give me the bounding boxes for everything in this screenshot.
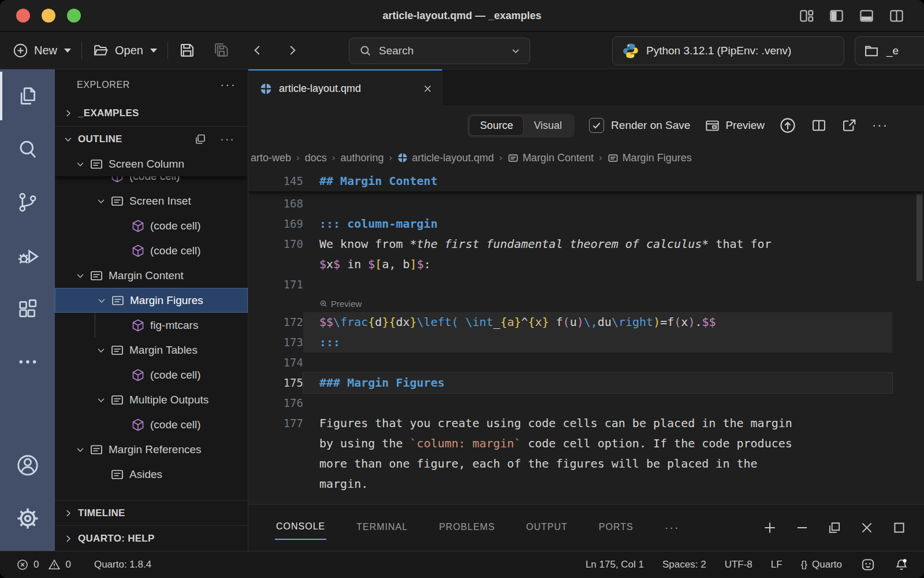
- open-button[interactable]: Open: [92, 42, 157, 59]
- activity-source-control-button[interactable]: [0, 176, 55, 229]
- section-timeline[interactable]: TIMELINE: [55, 500, 248, 525]
- code-line[interactable]: by using the `column: margin` code cell …: [248, 433, 924, 454]
- section-examples[interactable]: _EXAMPLES: [55, 101, 248, 126]
- sidebar-more-button[interactable]: ···: [220, 77, 236, 92]
- activity-search-button[interactable]: [0, 123, 55, 176]
- language-mode-status[interactable]: {} Quarto: [801, 559, 842, 570]
- panel-more-tabs-button[interactable]: ···: [664, 515, 681, 541]
- code-line[interactable]: 170We know from *the first fundamental t…: [248, 234, 924, 254]
- activity-run-debug-button[interactable]: [0, 229, 55, 282]
- problems-status[interactable]: 0 0: [16, 558, 71, 571]
- breadcrumb-item[interactable]: docs: [305, 152, 327, 164]
- save-all-button[interactable]: [212, 41, 230, 60]
- code-line[interactable]: margin.: [248, 474, 924, 494]
- code-line[interactable]: 173:::: [248, 332, 924, 353]
- panel-tab-terminal[interactable]: TERMINAL: [355, 516, 409, 539]
- new-console-plus-icon[interactable]: [762, 520, 777, 535]
- minimize-panel-icon[interactable]: [795, 520, 810, 535]
- outline-item[interactable]: (code cell): [55, 213, 248, 238]
- tab-article-layout[interactable]: article-layout.qmd: [248, 69, 442, 106]
- publish-button[interactable]: [779, 117, 796, 134]
- activity-account-button[interactable]: [0, 439, 55, 492]
- panel-tab-problems[interactable]: PROBLEMS: [438, 516, 496, 539]
- close-tab-icon[interactable]: [423, 84, 433, 94]
- breadcrumb-item[interactable]: Margin Content: [508, 152, 594, 164]
- feedback-button[interactable]: [860, 557, 875, 572]
- quarto-version-status[interactable]: Quarto: 1.8.4: [94, 559, 151, 570]
- close-panel-icon[interactable]: [859, 520, 874, 535]
- breadcrumb-item[interactable]: authoring: [340, 152, 383, 164]
- activity-more-button[interactable]: [0, 335, 55, 388]
- checkbox-checked-icon[interactable]: [589, 118, 604, 133]
- editor-more-actions-button[interactable]: ···: [872, 118, 888, 133]
- restore-panel-icon[interactable]: [827, 520, 842, 535]
- zoom-window-button[interactable]: [67, 9, 81, 23]
- outline-item[interactable]: Margin References: [55, 437, 248, 462]
- sticky-code-line[interactable]: 145## Margin Content: [248, 171, 924, 191]
- outline-item[interactable]: (code cell): [55, 412, 248, 437]
- eol-status[interactable]: LF: [771, 559, 783, 570]
- panel-tab-output[interactable]: OUTPUT: [525, 516, 569, 539]
- code-line[interactable]: 175### Margin Figures: [248, 373, 924, 393]
- breadcrumb-item[interactable]: arto-web: [251, 152, 291, 164]
- outline-item[interactable]: Multiple Outputs: [55, 387, 248, 412]
- collapse-all-icon[interactable]: [193, 132, 207, 146]
- activity-settings-button[interactable]: [0, 492, 55, 545]
- preview-button[interactable]: Preview: [705, 118, 765, 134]
- toggle-right-sidebar-icon[interactable]: [889, 8, 904, 24]
- minimize-window-button[interactable]: [42, 9, 55, 23]
- navigate-back-button[interactable]: [250, 43, 265, 58]
- outline-item[interactable]: Margin Figures: [55, 288, 248, 313]
- code-line[interactable]: $x$ in $[a, b]$:: [248, 254, 924, 275]
- source-mode-button[interactable]: Source: [470, 116, 523, 135]
- outline-more-button[interactable]: ···: [220, 132, 235, 146]
- toggle-left-sidebar-icon[interactable]: [829, 8, 844, 24]
- codelens-preview[interactable]: Preview: [248, 295, 924, 312]
- code-line[interactable]: 174: [248, 353, 924, 373]
- open-in-new-window-button[interactable]: [841, 117, 858, 134]
- cursor-position-status[interactable]: Ln 175, Col 1: [586, 559, 644, 570]
- outline-item[interactable]: Screen Column: [55, 151, 248, 176]
- toggle-bottom-panel-icon[interactable]: [859, 8, 874, 24]
- panel-tab-console[interactable]: CONSOLE: [275, 516, 326, 540]
- code-line[interactable]: more than one figure, each of the figure…: [248, 454, 924, 474]
- code-editor[interactable]: 145## Margin Content168169::: column-mar…: [248, 171, 924, 504]
- code-line[interactable]: 172$$\frac{d}{dx}\left( \int_{a}^{x} f(u…: [248, 312, 924, 332]
- render-on-save-control[interactable]: Render on Save: [589, 118, 690, 133]
- breadcrumb-item[interactable]: Margin Figures: [608, 152, 692, 164]
- outline-item[interactable]: (code cell): [55, 238, 248, 263]
- visual-mode-button[interactable]: Visual: [523, 116, 572, 135]
- code-line[interactable]: 169::: column-margin: [248, 214, 924, 234]
- close-window-button[interactable]: [16, 9, 30, 23]
- search-input[interactable]: Search: [349, 38, 530, 64]
- code-line[interactable]: 176: [248, 393, 924, 413]
- panel-tab-ports[interactable]: PORTS: [598, 516, 635, 539]
- editor-scrollbar[interactable]: [916, 194, 922, 281]
- outline-item[interactable]: Screen Inset: [55, 188, 248, 213]
- activity-explorer-button[interactable]: [0, 69, 55, 123]
- code-line[interactable]: 171: [248, 275, 924, 295]
- section-quarto-help[interactable]: QUARTO: HELP: [55, 525, 248, 551]
- workspace-button[interactable]: _e: [855, 36, 924, 65]
- interpreter-selector[interactable]: Python 3.12.1 (PipEnv: .venv): [612, 36, 844, 65]
- outline-item[interactable]: Margin Tables: [55, 338, 248, 362]
- new-button[interactable]: New: [13, 43, 71, 58]
- split-editor-button[interactable]: [811, 117, 827, 134]
- outline-item[interactable]: Margin Content: [55, 263, 248, 288]
- notifications-button[interactable]: [894, 557, 909, 572]
- save-button[interactable]: [178, 42, 196, 59]
- breadcrumb-item[interactable]: article-layout.qmd: [397, 152, 494, 164]
- activity-extensions-button[interactable]: [0, 282, 55, 335]
- encoding-status[interactable]: UTF-8: [725, 559, 752, 570]
- outline-item[interactable]: (code cell): [55, 362, 248, 387]
- code-line[interactable]: 177Figures that you create using code ce…: [248, 413, 924, 433]
- outline-item[interactable]: fig-mtcars: [55, 313, 248, 338]
- indentation-status[interactable]: Spaces: 2: [662, 559, 706, 570]
- maximize-panel-icon[interactable]: [892, 520, 907, 535]
- customize-layout-icon[interactable]: [799, 8, 814, 24]
- section-outline[interactable]: OUTLINE ···: [55, 126, 248, 151]
- outline-item[interactable]: Asides: [55, 462, 248, 487]
- code-line[interactable]: 168: [248, 194, 924, 214]
- navigate-forward-button[interactable]: [285, 43, 300, 58]
- outline-item-label: (code cell): [150, 220, 201, 232]
